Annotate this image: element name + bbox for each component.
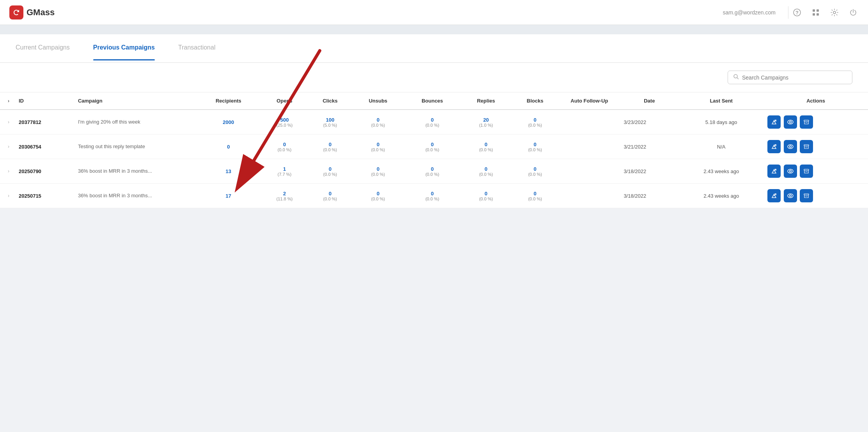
row-opens-1: 0(0.0 %) <box>261 135 308 159</box>
row-blocks-2: 0(0.0 %) <box>511 159 559 184</box>
row-id-1: 20306754 <box>15 135 74 159</box>
table-container: › ID Campaign Recipients Opens Clicks Un… <box>0 92 868 208</box>
svg-point-11 <box>788 145 793 149</box>
row-id-2: 20250790 <box>15 159 74 184</box>
svg-rect-2 <box>813 9 815 12</box>
row-actions-3 <box>763 184 868 208</box>
report-button-2[interactable] <box>767 165 781 178</box>
col-id[interactable]: ID <box>15 92 74 110</box>
archive-button-1[interactable] <box>800 140 813 153</box>
report-button-1[interactable] <box>767 140 781 153</box>
svg-rect-3 <box>817 9 819 12</box>
row-unsubs-1: 0(0.0 %) <box>352 135 404 159</box>
row-campaign-0: I'm giving 20% off this week <box>74 110 196 135</box>
settings-icon[interactable] <box>829 7 840 18</box>
row-campaign-3: 36% boost in MRR in 3 months... <box>74 184 196 208</box>
view-button-3[interactable] <box>784 189 797 202</box>
row-replies-3: 0(0.0 %) <box>461 184 511 208</box>
row-auto-follow-up-1 <box>559 135 620 159</box>
view-button-1[interactable] <box>784 140 797 153</box>
svg-point-15 <box>789 170 791 172</box>
svg-rect-13 <box>804 145 809 146</box>
col-clicks[interactable]: Clicks <box>308 92 353 110</box>
user-email: sam.g@wordzen.com <box>723 9 776 16</box>
col-bounces[interactable]: Bounces <box>404 92 461 110</box>
report-button-3[interactable] <box>767 189 781 202</box>
col-recipients[interactable]: Recipients <box>196 92 261 110</box>
svg-point-14 <box>788 169 793 173</box>
row-last-sent-1: N/A <box>679 135 763 159</box>
row-expand-2[interactable]: › <box>0 159 15 184</box>
row-actions-2 <box>763 159 868 184</box>
svg-rect-16 <box>804 169 809 170</box>
tab-previous-campaigns[interactable]: Previous Campaigns <box>93 44 155 53</box>
row-bounces-3: 0(0.0 %) <box>404 184 461 208</box>
row-date-3: 3/18/2022 <box>620 184 679 208</box>
svg-point-8 <box>788 120 793 124</box>
row-id-3: 20250715 <box>15 184 74 208</box>
tab-transactional[interactable]: Transactional <box>178 44 215 53</box>
row-blocks-0: 0(0.0 %) <box>511 110 559 135</box>
row-clicks-0: 100(5.0 %) <box>308 110 353 135</box>
col-auto-follow-up[interactable]: Auto Follow-Up <box>559 92 620 110</box>
row-bounces-0: 0(0.0 %) <box>404 110 461 135</box>
svg-rect-19 <box>804 194 809 195</box>
report-button-0[interactable] <box>767 115 781 129</box>
row-unsubs-0: 0(0.0 %) <box>352 110 404 135</box>
col-date[interactable]: Date <box>620 92 679 110</box>
col-expand: › <box>0 92 15 110</box>
row-actions-1 <box>763 135 868 159</box>
row-campaign-1: Testing out this reply template <box>74 135 196 159</box>
svg-point-18 <box>789 195 791 197</box>
svg-rect-10 <box>804 120 809 121</box>
row-campaign-2: 36% boost in MRR in 3 months... <box>74 159 196 184</box>
logo-text: GMass <box>27 7 55 18</box>
archive-button-3[interactable] <box>800 189 813 202</box>
grid-icon[interactable] <box>810 7 821 18</box>
row-recipients-1: 0 <box>196 135 261 159</box>
row-clicks-1: 0(0.0 %) <box>308 135 353 159</box>
search-area <box>0 63 868 92</box>
row-opens-2: 1(7.7 %) <box>261 159 308 184</box>
tabs-container: Current Campaigns Previous Campaigns Tra… <box>0 34 868 63</box>
table-row: › 20250790 36% boost in MRR in 3 months.… <box>0 159 868 184</box>
sub-header-bar <box>0 25 868 34</box>
header: GMass sam.g@wordzen.com ? <box>0 0 868 25</box>
view-button-2[interactable] <box>784 165 797 178</box>
expand-all-icon[interactable]: › <box>8 98 9 104</box>
archive-button-0[interactable] <box>800 115 813 129</box>
power-icon[interactable] <box>848 7 859 18</box>
tabs: Current Campaigns Previous Campaigns Tra… <box>16 34 852 62</box>
table-header-row: › ID Campaign Recipients Opens Clicks Un… <box>0 92 868 110</box>
col-last-sent[interactable]: Last Sent <box>679 92 763 110</box>
row-expand-1[interactable]: › <box>0 135 15 159</box>
row-recipients-2: 13 <box>196 159 261 184</box>
header-divider <box>788 6 788 19</box>
tab-current-campaigns[interactable]: Current Campaigns <box>16 44 70 53</box>
archive-button-2[interactable] <box>800 165 813 178</box>
logo-area: GMass <box>9 5 55 19</box>
col-unsubs[interactable]: Unsubs <box>352 92 404 110</box>
table-row: › 20377812 I'm giving 20% off this week … <box>0 110 868 135</box>
gmass-logo-icon <box>9 5 23 19</box>
row-opens-3: 2(11.8 %) <box>261 184 308 208</box>
col-opens[interactable]: Opens <box>261 92 308 110</box>
row-expand-3[interactable]: › <box>0 184 15 208</box>
col-blocks[interactable]: Blocks <box>511 92 559 110</box>
search-input[interactable] <box>742 74 847 81</box>
row-blocks-3: 0(0.0 %) <box>511 184 559 208</box>
row-blocks-1: 0(0.0 %) <box>511 135 559 159</box>
svg-rect-4 <box>813 13 815 16</box>
row-clicks-3: 0(0.0 %) <box>308 184 353 208</box>
col-replies[interactable]: Replies <box>461 92 511 110</box>
help-icon[interactable]: ? <box>792 7 802 18</box>
col-actions: Actions <box>763 92 868 110</box>
view-button-0[interactable] <box>784 115 797 129</box>
svg-point-17 <box>788 194 793 198</box>
row-bounces-1: 0(0.0 %) <box>404 135 461 159</box>
svg-point-6 <box>833 11 836 14</box>
col-campaign[interactable]: Campaign <box>74 92 196 110</box>
row-clicks-2: 0(0.0 %) <box>308 159 353 184</box>
row-expand-0[interactable]: › <box>0 110 15 135</box>
row-last-sent-2: 2.43 weeks ago <box>679 159 763 184</box>
